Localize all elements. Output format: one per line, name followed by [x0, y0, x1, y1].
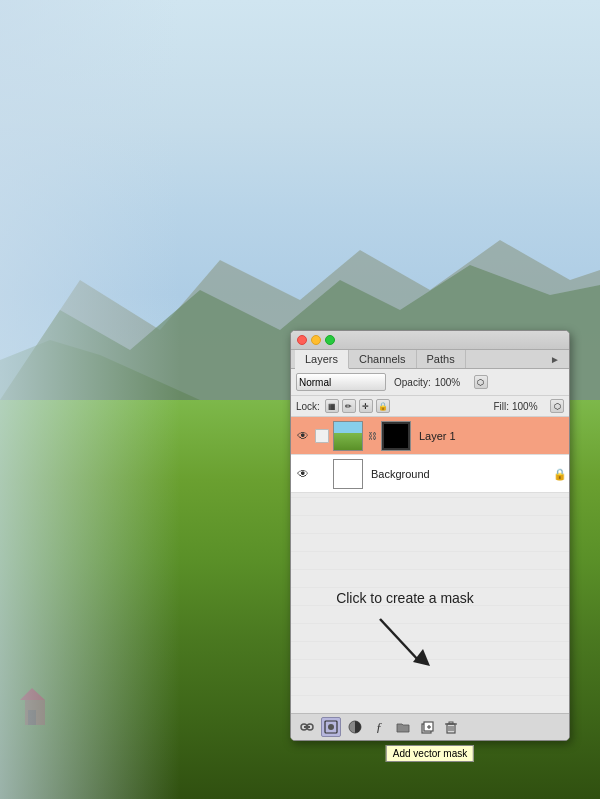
- lock-label: Lock:: [296, 401, 320, 412]
- mask-border: [382, 422, 410, 450]
- thumbnail-image-layer1: [334, 422, 362, 450]
- layer-name-background: Background: [367, 468, 549, 480]
- lock-transparency[interactable]: ▦: [325, 399, 339, 413]
- link-mask-button[interactable]: [297, 717, 317, 737]
- delete-layer-button[interactable]: [441, 717, 461, 737]
- panel-menu-arrow[interactable]: ►: [545, 351, 565, 368]
- mask-thumbnail-layer1: [381, 421, 411, 451]
- traffic-lights: [297, 335, 335, 345]
- tab-channels[interactable]: Channels: [349, 350, 416, 368]
- trash-icon: [444, 720, 458, 734]
- layer-style-button[interactable]: ƒ: [369, 717, 389, 737]
- title-bar: [291, 331, 569, 350]
- folder-icon: [396, 720, 410, 734]
- tab-layers[interactable]: Layers: [295, 350, 349, 369]
- blend-opacity-row: Normal Dissolve Multiply Screen Overlay …: [291, 369, 569, 396]
- layer-row-background[interactable]: 👁 Background 🔒: [291, 455, 569, 493]
- layers-panel: Layers Channels Paths ► Normal Dissolve …: [290, 330, 570, 741]
- bottom-toolbar: ƒ: [291, 713, 569, 740]
- bottom-toolbar-wrapper: ƒ: [291, 713, 569, 740]
- lock-all[interactable]: 🔒: [376, 399, 390, 413]
- layers-list: 👁 ⛓ Layer 1 👁 Background 🔒: [291, 417, 569, 493]
- tabs-row: Layers Channels Paths ►: [291, 350, 569, 369]
- visibility-icon-background[interactable]: 👁: [295, 466, 311, 482]
- chain-icon-layer1: [315, 429, 329, 443]
- blend-mode-select[interactable]: Normal Dissolve Multiply Screen Overlay: [296, 373, 386, 391]
- opacity-stepper[interactable]: ⬡: [474, 375, 488, 389]
- new-layer-button[interactable]: [417, 717, 437, 737]
- adjustment-layer-button[interactable]: [345, 717, 365, 737]
- lock-fill-row: Lock: ▦ ✏ ✛ 🔒 Fill: 100% ⬡: [291, 396, 569, 417]
- visibility-icon-layer1[interactable]: 👁: [295, 428, 311, 444]
- layer-name-layer1: Layer 1: [415, 430, 565, 442]
- thumbnail-background: [333, 459, 363, 489]
- tooltip-add-vector-mask: Add vector mask: [386, 745, 474, 762]
- thumbnail-image-background: [334, 460, 362, 488]
- empty-layers-area: [291, 493, 569, 713]
- link-between-thumbs: ⛓: [367, 424, 377, 448]
- layer-row-layer1[interactable]: 👁 ⛓ Layer 1: [291, 417, 569, 455]
- svg-rect-20: [449, 722, 453, 724]
- svg-point-12: [328, 724, 334, 730]
- adjustment-icon: [348, 720, 362, 734]
- new-group-button[interactable]: [393, 717, 413, 737]
- close-button[interactable]: [297, 335, 307, 345]
- opacity-value: 100%: [435, 377, 470, 388]
- lock-icon-background: 🔒: [553, 468, 565, 480]
- thumbnail-layer1: [333, 421, 363, 451]
- svg-rect-10: [304, 726, 310, 728]
- style-icon: ƒ: [376, 719, 383, 735]
- left-fade-overlay: [0, 0, 180, 799]
- new-layer-icon: [420, 720, 434, 734]
- fill-value: 100%: [512, 401, 547, 412]
- tab-paths[interactable]: Paths: [417, 350, 466, 368]
- fill-stepper[interactable]: ⬡: [550, 399, 564, 413]
- mask-icon: [324, 720, 338, 734]
- link-icon: [300, 720, 314, 734]
- lock-position[interactable]: ✛: [359, 399, 373, 413]
- minimize-button[interactable]: [311, 335, 321, 345]
- maximize-button[interactable]: [325, 335, 335, 345]
- add-vector-mask-button[interactable]: [321, 717, 341, 737]
- lock-pixels[interactable]: ✏: [342, 399, 356, 413]
- opacity-label: Opacity:: [394, 377, 431, 388]
- fill-label: Fill:: [493, 401, 509, 412]
